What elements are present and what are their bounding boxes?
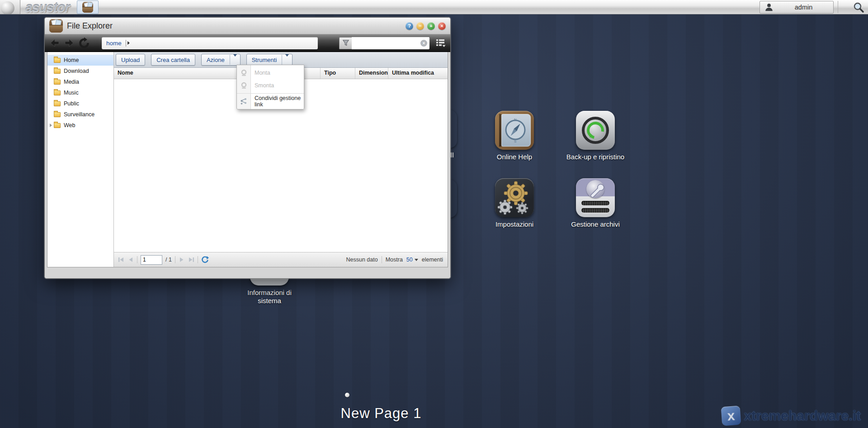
page-size-select[interactable]: 50 — [406, 257, 418, 263]
funnel-icon — [342, 39, 349, 47]
previous-page-button[interactable] — [127, 257, 134, 263]
first-page-button[interactable] — [118, 257, 124, 263]
folder-icon — [54, 58, 61, 63]
view-mode-button[interactable] — [436, 38, 446, 48]
create-folder-button[interactable]: Crea cartella — [151, 54, 195, 66]
sidebar-item-home[interactable]: Home — [47, 55, 113, 66]
desktop-icon-backup[interactable]: Back-up e ripristino — [576, 111, 616, 161]
filter-input[interactable] — [354, 38, 420, 48]
filter-group: × — [339, 37, 429, 49]
expand-caret-icon[interactable] — [50, 124, 52, 127]
sidebar-item-surveillance[interactable]: Surveillance — [47, 109, 113, 120]
icon-label: Back-up e ripristino — [566, 153, 625, 161]
help-button[interactable]: ? — [406, 22, 413, 30]
caret-down-icon — [415, 259, 418, 261]
menu-item-share-link-manager[interactable]: Condividi gestione link — [237, 95, 304, 108]
sidebar-item-media[interactable]: Media — [47, 76, 113, 87]
page-number-input[interactable] — [141, 255, 162, 265]
file-explorer-icon — [49, 19, 63, 33]
folder-icon — [54, 123, 61, 128]
sidebar-item-music[interactable]: Music — [47, 87, 113, 98]
icon-label: Impostazioni — [485, 220, 544, 228]
caret-right-icon — [127, 41, 130, 45]
refresh-list-button[interactable] — [201, 256, 209, 264]
folder-label: Music — [64, 90, 79, 96]
refresh-button[interactable] — [78, 37, 90, 49]
divider — [126, 40, 126, 47]
show-label: Mostra — [386, 257, 403, 263]
settings-gears-icon — [495, 178, 534, 217]
desktop-page-indicator[interactable] — [345, 393, 349, 397]
icon-label: Informazioni di sistema — [242, 289, 297, 305]
folder-label: Media — [64, 79, 79, 85]
breadcrumb[interactable]: home — [102, 37, 318, 49]
next-page-button[interactable] — [179, 257, 185, 263]
mount-icon — [237, 69, 250, 76]
user-menu-button[interactable]: admin — [760, 1, 834, 14]
unit-label: elementi — [422, 257, 443, 263]
navigation-bar: home × — [45, 34, 450, 52]
tools-menu-button[interactable]: Strumenti — [246, 54, 293, 66]
tools-dropdown-menu: Monta Smonta — [236, 65, 304, 109]
svg-text:N: N — [514, 118, 517, 122]
svg-text:S: S — [514, 139, 516, 143]
online-help-icon: N S — [495, 111, 534, 150]
xtremehardware-logo-icon: x — [721, 406, 741, 426]
icon-label: Gestione archivi — [566, 220, 625, 228]
folder-icon — [54, 101, 61, 106]
desktop-icon-settings[interactable]: Impostazioni — [495, 178, 535, 228]
desktop-page-title: New Page 1 — [313, 405, 449, 422]
clear-filter-icon[interactable]: × — [420, 40, 427, 47]
folder-tree: Home Download Media Music Public Surveil… — [47, 52, 114, 267]
divider — [175, 256, 175, 263]
watermark-text: xtremehardware.it — [744, 408, 861, 423]
menu-item-mount[interactable]: Monta — [237, 67, 304, 79]
menu-separator — [237, 93, 304, 94]
user-icon — [764, 2, 774, 12]
file-explorer-icon — [82, 2, 93, 13]
sidebar-item-public[interactable]: Public — [47, 98, 113, 109]
icon-label: Online Help — [485, 153, 544, 161]
divider — [137, 256, 137, 263]
filter-button[interactable] — [339, 37, 352, 49]
back-button[interactable] — [49, 38, 60, 48]
desktop-icon-storage-manager[interactable]: Gestione archivi — [576, 178, 616, 228]
search-button[interactable] — [853, 1, 864, 13]
show-desktop-button[interactable] — [0, 0, 20, 14]
top-taskbar: asustor admin — [0, 0, 868, 14]
pagination-bar: / 1 Nessun dato — [114, 252, 448, 267]
storage-manager-icon — [576, 178, 615, 217]
window-title: File Explorer — [67, 21, 402, 31]
forward-button[interactable] — [64, 38, 75, 48]
taskbar-app-file-explorer[interactable] — [77, 0, 99, 14]
maximize-button[interactable]: + — [427, 22, 435, 30]
page-count-label: / 1 — [165, 257, 172, 263]
folder-label: Surveillance — [64, 111, 94, 118]
upload-button[interactable]: Upload — [116, 54, 145, 66]
divider — [382, 256, 382, 263]
folder-label: Web — [64, 122, 75, 128]
breadcrumb-path[interactable]: home — [106, 40, 122, 47]
column-header-size[interactable]: Dimensioni — [355, 68, 388, 79]
window-titlebar[interactable]: File Explorer ? − + × — [45, 18, 450, 34]
last-page-button[interactable] — [188, 257, 194, 263]
unmount-icon — [237, 82, 250, 89]
column-header-modified[interactable]: Ultima modifica — [388, 68, 448, 79]
minimize-button[interactable]: − — [416, 22, 424, 30]
divider — [838, 1, 838, 13]
column-header-type[interactable]: Tipo — [321, 68, 355, 79]
window-footer — [45, 267, 450, 278]
close-button[interactable]: × — [438, 22, 446, 30]
action-menu-button[interactable]: Azione — [201, 54, 241, 66]
folder-icon — [54, 69, 61, 74]
folder-icon — [54, 80, 61, 85]
desktop-icon-online-help[interactable]: N S Online Help — [495, 111, 535, 161]
sphere-icon — [1, 1, 14, 14]
sidebar-item-download[interactable]: Download — [47, 66, 113, 76]
menu-item-unmount[interactable]: Smonta — [237, 79, 304, 92]
status-label: Nessun dato — [346, 257, 377, 263]
sidebar-item-web[interactable]: Web — [47, 120, 113, 131]
folder-label: Public — [64, 100, 79, 107]
share-link-icon — [237, 98, 250, 105]
hidden-icon-label-fragment — [451, 152, 454, 157]
